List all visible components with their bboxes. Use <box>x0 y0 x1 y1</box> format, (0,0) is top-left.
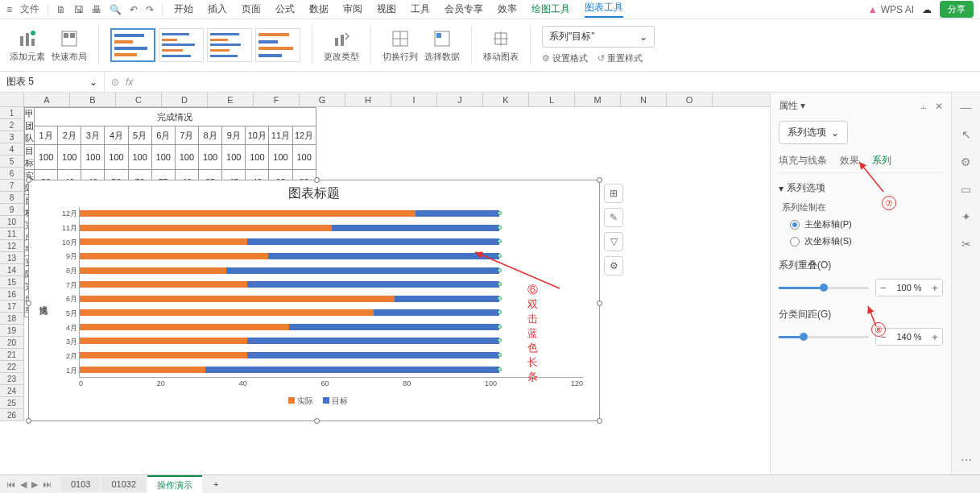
row-21[interactable]: 21 <box>0 349 24 361</box>
file-menu[interactable]: 文件 <box>20 2 39 16</box>
row-9[interactable]: 9 <box>0 204 24 216</box>
chart-elements-button[interactable]: ⊞ <box>604 184 623 203</box>
chart-style-gallery[interactable] <box>110 28 300 62</box>
rail-minus-icon[interactable]: — <box>961 101 972 114</box>
print-icon[interactable]: 🖶 <box>92 4 101 15</box>
first-sheet-icon[interactable]: ⏮ <box>6 479 15 490</box>
tab-member[interactable]: 会员专享 <box>445 2 483 16</box>
name-box[interactable]: 图表 5 ⌄ <box>0 72 105 92</box>
col-B[interactable]: B <box>70 93 116 106</box>
overlap-spinbox[interactable]: − 100 % + <box>875 279 943 296</box>
tab-view[interactable]: 视图 <box>377 2 396 16</box>
pane-tab-fill[interactable]: 填充与线条 <box>779 154 827 168</box>
fx-icon[interactable]: ⊙ <box>111 77 119 88</box>
col-O[interactable]: O <box>667 93 713 106</box>
rail-settings-icon[interactable]: ⚙ <box>961 155 971 168</box>
row-6[interactable]: 6 <box>0 168 24 180</box>
col-N[interactable]: N <box>621 93 667 106</box>
share-button[interactable]: 分享 <box>940 1 974 18</box>
col-J[interactable]: J <box>437 93 483 106</box>
rail-select-icon[interactable]: ↖ <box>961 128 971 141</box>
row-10[interactable]: 10 <box>0 216 24 228</box>
row-19[interactable]: 19 <box>0 325 24 337</box>
style-4[interactable] <box>255 28 300 62</box>
switch-rc-button[interactable]: 切换行列 <box>382 28 418 63</box>
rail-crop-icon[interactable]: ✂ <box>961 238 971 251</box>
preview-icon[interactable]: 🔍 <box>110 4 122 15</box>
select-all-corner[interactable] <box>0 93 24 106</box>
chart-bars[interactable] <box>79 207 583 378</box>
row-8[interactable]: 8 <box>0 192 24 204</box>
menu-icon[interactable]: ≡ <box>6 4 12 15</box>
pane-tab-series[interactable]: 系列 <box>872 154 891 168</box>
row-1[interactable]: 1 <box>0 107 24 119</box>
row-14[interactable]: 14 <box>0 264 24 276</box>
col-M[interactable]: M <box>575 93 621 106</box>
row-15[interactable]: 15 <box>0 276 24 288</box>
row-2[interactable]: 2 <box>0 119 24 131</box>
row-12[interactable]: 12 <box>0 240 24 252</box>
style-2[interactable] <box>159 28 204 62</box>
increment-button[interactable]: + <box>928 329 942 345</box>
chart-styles-button[interactable]: ✎ <box>604 208 623 227</box>
close-icon[interactable]: ✕ <box>935 101 943 112</box>
rail-more-icon[interactable]: ⋯ <box>961 454 972 466</box>
wps-ai-button[interactable]: ▲ WPS AI <box>868 4 914 15</box>
style-1[interactable] <box>110 28 155 62</box>
move-chart-button[interactable]: 移动图表 <box>483 28 519 63</box>
row-25[interactable]: 25 <box>0 397 24 409</box>
tab-draw-tools[interactable]: 绘图工具 <box>531 2 570 16</box>
tab-formula[interactable]: 公式 <box>275 2 295 16</box>
col-G[interactable]: G <box>300 93 345 106</box>
chart-object[interactable]: 图表标题 完成情况 1月2月3月4月5月6月7月8月9月10月11月12月 02… <box>28 180 600 421</box>
tab-chart-tools[interactable]: 图表工具 <box>585 1 623 18</box>
prev-sheet-icon[interactable]: ◀ <box>20 479 27 490</box>
row-22[interactable]: 22 <box>0 361 24 373</box>
col-L[interactable]: L <box>529 93 575 106</box>
series-options-header[interactable]: ▾ 系列选项 <box>779 181 943 195</box>
sheet-tab-2[interactable]: 操作演示 <box>147 475 202 494</box>
row-4[interactable]: 4 <box>0 143 24 155</box>
chart-filter-button[interactable]: ▽ <box>604 232 623 251</box>
series-options-dropdown[interactable]: 系列选项 ⌄ <box>779 121 848 144</box>
tab-insert[interactable]: 插入 <box>208 2 227 16</box>
set-format-button[interactable]: ⚙ 设置格式 <box>542 52 588 64</box>
col-F[interactable]: F <box>254 93 300 106</box>
radio-secondary-axis[interactable]: 次坐标轴(S) <box>790 235 943 247</box>
tab-review[interactable]: 审阅 <box>343 2 362 16</box>
next-sheet-icon[interactable]: ▶ <box>31 479 38 490</box>
chart-title[interactable]: 图表标题 <box>29 180 599 207</box>
col-A[interactable]: A <box>24 93 70 106</box>
sheet-tab-0[interactable]: 0103 <box>61 477 100 491</box>
style-3[interactable] <box>207 28 252 62</box>
cloud-icon[interactable]: ☁ <box>922 4 932 15</box>
col-H[interactable]: H <box>345 93 391 106</box>
sheet-tab-1[interactable]: 01032 <box>101 477 146 491</box>
rail-layers-icon[interactable]: ▭ <box>961 183 971 196</box>
row-23[interactable]: 23 <box>0 373 24 385</box>
add-element-button[interactable]: 添加元素 <box>10 28 45 63</box>
row-17[interactable]: 17 <box>0 300 24 313</box>
change-type-button[interactable]: 更改类型 <box>324 28 359 63</box>
tab-data[interactable]: 数据 <box>309 2 329 16</box>
row-7[interactable]: 7 <box>0 180 24 192</box>
pane-tab-effect[interactable]: 效果 <box>840 154 859 168</box>
tab-efficiency[interactable]: 效率 <box>498 2 517 16</box>
decrement-button[interactable]: − <box>876 280 891 296</box>
undo-icon[interactable]: ↶ <box>130 4 138 15</box>
redo-icon[interactable]: ↷ <box>146 4 154 15</box>
col-E[interactable]: E <box>208 93 254 106</box>
chart-settings-button[interactable]: ⚙ <box>604 256 623 276</box>
row-26[interactable]: 26 <box>0 409 24 421</box>
quick-layout-button[interactable]: 快速布局 <box>52 28 87 63</box>
increment-button[interactable]: + <box>928 280 942 296</box>
row-3[interactable]: 3 <box>0 131 24 143</box>
add-sheet-button[interactable]: + <box>204 477 228 491</box>
chart-legend[interactable]: 实际 目标 <box>29 392 599 410</box>
col-C[interactable]: C <box>116 93 162 106</box>
save-icon[interactable]: 🖫 <box>74 4 84 15</box>
last-sheet-icon[interactable]: ⏭ <box>43 479 52 490</box>
radio-primary-axis[interactable]: 主坐标轴(P) <box>790 218 943 230</box>
col-I[interactable]: I <box>391 93 437 106</box>
new-icon[interactable]: 🗎 <box>56 4 66 15</box>
